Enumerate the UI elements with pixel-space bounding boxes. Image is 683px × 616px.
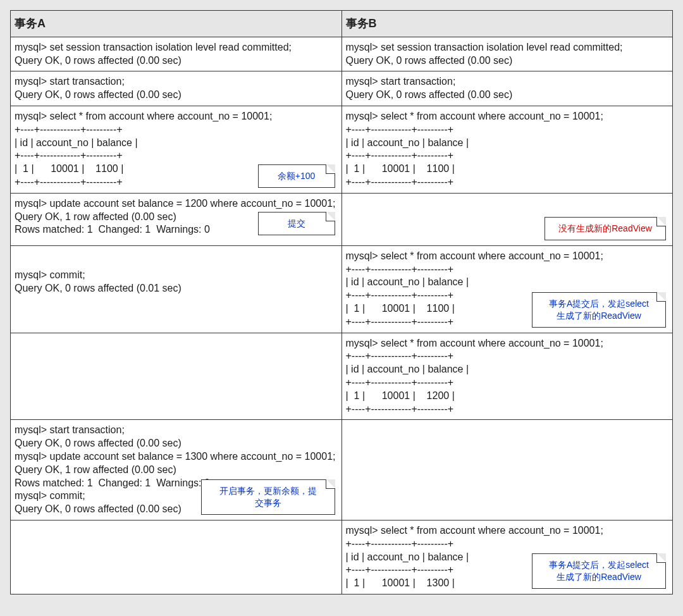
- cell-transaction-a: mysql> set session transaction isolation…: [11, 37, 342, 71]
- cell-transaction-b: mysql> select * from account where accou…: [342, 245, 673, 333]
- cell-content: [15, 337, 338, 347]
- annotation-note: 提交: [258, 212, 335, 235]
- annotation-note: 没有生成新的ReadView: [545, 217, 666, 240]
- annotation-note: 余额+100: [258, 164, 335, 188]
- cell-transaction-a: mysql> commit; Query OK, 0 rows affected…: [11, 245, 342, 333]
- table-row: mysql> set session transaction isolation…: [11, 37, 673, 71]
- cell-transaction-b: mysql> set session transaction isolation…: [342, 37, 673, 71]
- table-row: mysql> select * from account where accou…: [11, 333, 673, 420]
- annotation-note: 事务A提交后，发起select 生成了新的ReadView: [532, 553, 666, 589]
- cell-content: mysql> start transaction; Query OK, 0 ro…: [15, 75, 338, 102]
- cell-content: mysql> start transaction; Query OK, 0 ro…: [346, 75, 669, 102]
- cell-transaction-a: [11, 520, 342, 594]
- table-row: mysql> select * from account where accou…: [11, 520, 673, 594]
- cell-content: mysql> set session transaction isolation…: [15, 41, 338, 68]
- cell-content: mysql> select * from account where accou…: [346, 524, 669, 590]
- cell-transaction-a: mysql> select * from account where accou…: [11, 106, 342, 193]
- header-transaction-a: 事务A: [11, 11, 342, 37]
- cell-content: mysql> select * from account where accou…: [346, 250, 669, 329]
- annotation-note: 事务A提交后，发起select 生成了新的ReadView: [532, 292, 666, 328]
- annotation-note: 开启事务，更新余额，提 交事务: [201, 479, 335, 515]
- table-row: mysql> select * from account where accou…: [11, 106, 673, 193]
- cell-content: mysql> update account set balance = 1200…: [15, 197, 338, 237]
- cell-transaction-b: mysql> select * from account where accou…: [342, 333, 673, 420]
- table-row: mysql> update account set balance = 1200…: [11, 193, 673, 245]
- cell-transaction-b: mysql> select * from account where accou…: [342, 520, 673, 594]
- cell-content: mysql> set session transaction isolation…: [346, 41, 669, 68]
- table-row: mysql> commit; Query OK, 0 rows affected…: [11, 245, 673, 333]
- cell-content: mysql> select * from account where accou…: [15, 110, 338, 189]
- cell-content: mysql> select * from account where accou…: [346, 110, 669, 189]
- cell-content: [15, 524, 338, 534]
- cell-content: 没有生成新的ReadView: [346, 197, 669, 242]
- cell-transaction-a: mysql> update account set balance = 1200…: [11, 193, 342, 245]
- cell-transaction-b: [342, 420, 673, 521]
- cell-content: mysql> select * from account where accou…: [346, 337, 669, 416]
- cell-transaction-a: mysql> start transaction; Query OK, 0 ro…: [11, 420, 342, 521]
- cell-transaction-b: mysql> start transaction; Query OK, 0 ro…: [342, 71, 673, 106]
- transaction-comparison-table: 事务A 事务B mysql> set session transaction i…: [10, 10, 673, 594]
- table-row: mysql> start transaction; Query OK, 0 ro…: [11, 420, 673, 521]
- cell-transaction-a: [11, 333, 342, 420]
- cell-transaction-b: 没有生成新的ReadView: [342, 193, 673, 245]
- cell-transaction-b: mysql> select * from account where accou…: [342, 106, 673, 193]
- cell-content: mysql> commit; Query OK, 0 rows affected…: [15, 250, 338, 295]
- cell-content: [346, 424, 669, 434]
- table-row: mysql> start transaction; Query OK, 0 ro…: [11, 71, 673, 106]
- cell-transaction-a: mysql> start transaction; Query OK, 0 ro…: [11, 71, 342, 106]
- cell-content: mysql> start transaction; Query OK, 0 ro…: [15, 424, 338, 516]
- header-transaction-b: 事务B: [342, 11, 673, 37]
